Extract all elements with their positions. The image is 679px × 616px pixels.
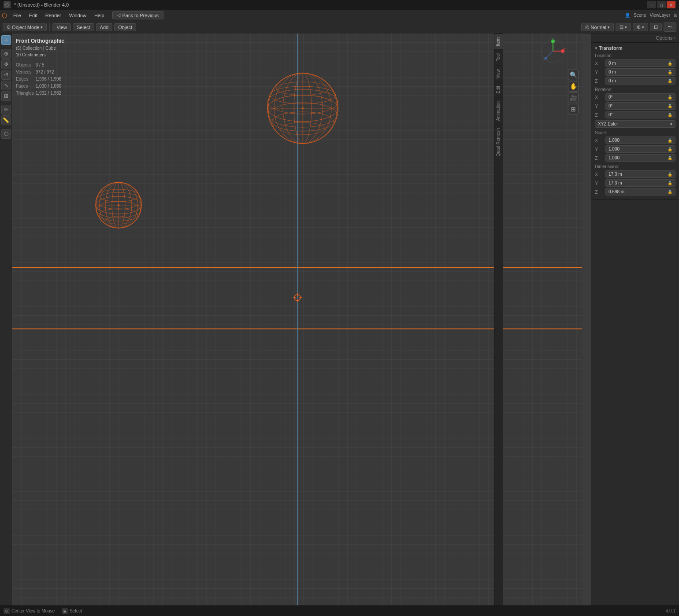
menu-help[interactable]: Help — [91, 12, 108, 19]
side-tab-edit[interactable]: Edit — [494, 82, 503, 97]
move-tool-button[interactable]: ✥ — [1, 59, 11, 69]
dim-z-input[interactable]: 0.698 m 🔒 — [605, 188, 675, 195]
annotate-tool-button[interactable]: ✏ — [1, 105, 11, 114]
title-bar: ⬡ * (Unsaved) - Blender 4.0 ─ □ ✕ — [0, 0, 679, 10]
scale-x-row: X 1.000 🔒 — [595, 136, 675, 144]
gizmo-button[interactable]: ⊕ ▾ — [633, 23, 648, 31]
location-z-value: 0 m — [609, 78, 616, 83]
side-tab-quad-remesh[interactable]: Quad Remesh — [494, 124, 503, 160]
select-menu-button[interactable]: Select — [73, 23, 94, 31]
svg-text:Y: Y — [552, 38, 554, 41]
svg-text:Z: Z — [543, 57, 545, 61]
location-label: Location: — [595, 53, 675, 58]
zoom-in-button[interactable]: 🔍 — [568, 70, 579, 80]
rotation-mode-row: XYZ Euler ▾ — [595, 120, 675, 128]
dim-y-input[interactable]: 17.3 m 🔒 — [605, 179, 675, 187]
pan-button[interactable]: ✋ — [568, 81, 579, 92]
gizmo-icon: ⊕ — [637, 24, 641, 30]
rotation-x-value: 0° — [609, 95, 613, 100]
rotation-y-input[interactable]: 0° 🔒 — [605, 102, 675, 110]
dim-x-value: 17.3 m — [609, 172, 622, 177]
mode-select-button[interactable]: ⊙ Object Mode ▾ — [3, 23, 47, 31]
right-panel: Options › ▾ Transform Location: X 0 m 🔒 … — [591, 33, 679, 605]
dim-x-row: X 17.3 m 🔒 — [595, 170, 675, 178]
status-icon-1: ⊙ — [4, 608, 10, 614]
transform-tool-button[interactable]: ⊞ — [1, 91, 11, 101]
scale-z-input[interactable]: 1.000 🔒 — [605, 154, 675, 162]
add-cube-button[interactable]: ⬡ — [1, 129, 11, 139]
grid-button[interactable]: ⊞ — [568, 104, 579, 114]
tool-separator-1 — [2, 47, 10, 47]
rotation-x-input[interactable]: 0° 🔒 — [605, 93, 675, 101]
rotation-z-input[interactable]: 0° 🔒 — [605, 111, 675, 118]
scene-stats-button[interactable]: 〜 — [664, 22, 676, 32]
menu-edit[interactable]: Edit — [26, 12, 41, 19]
side-tab-animation[interactable]: Animation — [494, 97, 503, 124]
rotation-x-label: X — [595, 95, 605, 100]
rotation-z-value: 0° — [609, 112, 613, 117]
status-item-1: ⊙ Center View to Mouse — [4, 608, 55, 614]
scale-tool-button[interactable]: ⤡ — [1, 81, 11, 90]
scale-y-value: 1.000 — [609, 147, 620, 151]
maximize-button[interactable]: □ — [657, 1, 666, 8]
transform-arrow: ▾ — [595, 46, 597, 51]
select-label: Select — [77, 25, 90, 30]
view-menu-button[interactable]: View — [52, 23, 71, 31]
axis-widget[interactable]: X Y Z — [540, 38, 566, 64]
scale-y-input[interactable]: 1.000 🔒 — [605, 145, 675, 153]
blender-icon: ⬡ — [4, 1, 11, 8]
menu-render[interactable]: Render — [42, 12, 65, 19]
camera-button[interactable]: 🎥 — [568, 92, 579, 103]
dim-x-label: X — [595, 172, 605, 177]
status-item-2: ◉ Select — [62, 608, 82, 614]
version-label: 4.0.1 — [666, 609, 675, 613]
back-to-previous-button[interactable]: ◁ Back to Previous — [112, 11, 164, 19]
close-button[interactable]: ✕ — [667, 1, 675, 8]
add-menu-button[interactable]: Add — [96, 23, 113, 31]
location-x-input[interactable]: 0 m 🔒 — [605, 59, 675, 67]
lock-sy-icon: 🔒 — [668, 147, 672, 151]
separator — [49, 23, 50, 31]
back-icon: ◁ — [117, 12, 121, 18]
status-text-1: Center View to Mouse — [11, 609, 55, 613]
rotation-z-row: Z 0° 🔒 — [595, 111, 675, 118]
cursor-tool-button[interactable]: ⊕ — [1, 49, 11, 59]
editor-type-button[interactable]: ⊟ — [650, 23, 662, 31]
scale-y-row: Y 1.000 🔒 — [595, 145, 675, 153]
lock-ry-icon: 🔒 — [668, 104, 672, 108]
scale-x-input[interactable]: 1.000 🔒 — [605, 136, 675, 144]
location-z-label: Z — [595, 78, 605, 84]
object-menu-button[interactable]: Object — [114, 23, 136, 31]
location-z-input[interactable]: 0 m 🔒 — [605, 77, 675, 85]
lock-x-icon: 🔒 — [668, 61, 672, 66]
menu-window[interactable]: Window — [66, 12, 90, 19]
chevron-down-icon-3: ▾ — [670, 122, 672, 126]
3d-cursor — [293, 293, 302, 302]
scale-x-value: 1.000 — [609, 138, 620, 143]
side-tab-view[interactable]: View — [494, 65, 503, 82]
dim-x-input[interactable]: 17.3 m 🔒 — [605, 170, 675, 178]
panel-options-button[interactable]: Options › — [591, 33, 679, 43]
lock-sx-icon: 🔒 — [668, 138, 672, 143]
rotation-mode-dropdown[interactable]: XYZ Euler ▾ — [595, 120, 675, 128]
side-tab-tool[interactable]: Tool — [494, 49, 503, 65]
minimize-button[interactable]: ─ — [647, 1, 656, 8]
view-label: View — [56, 25, 67, 30]
transform-section-title[interactable]: ▾ Transform — [595, 45, 675, 51]
overlay-button[interactable]: ⊡ ▾ — [616, 23, 631, 31]
location-y-input[interactable]: 0 m 🔒 — [605, 68, 675, 76]
side-tab-item[interactable]: Item — [494, 33, 503, 49]
select-tool-button[interactable]: ⊹ — [1, 35, 11, 45]
menu-file[interactable]: File — [10, 12, 25, 19]
object-label: Object — [118, 25, 132, 30]
gizmo-chevron: ▾ — [642, 25, 644, 30]
measure-tool-button[interactable]: 📏 — [1, 115, 11, 125]
scale-z-value: 1.000 — [609, 155, 620, 160]
rotate-tool-button[interactable]: ↺ — [1, 70, 11, 80]
user-icon: 👤 — [625, 13, 630, 18]
svg-line-5 — [546, 51, 553, 58]
viewport-shading-button[interactable]: ◎ Normal ▾ — [581, 23, 614, 31]
lock-dz-icon: 🔒 — [668, 190, 672, 194]
window-title: * (Unsaved) - Blender 4.0 — [14, 2, 644, 7]
rotation-y-value: 0° — [609, 103, 613, 108]
